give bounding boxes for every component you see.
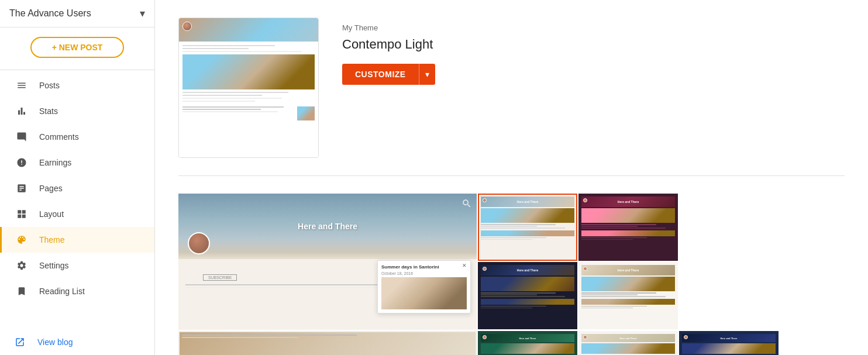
view-blog-link[interactable]: View blog bbox=[0, 329, 154, 355]
theme-thumb-contempo-pink[interactable]: Here and There bbox=[578, 194, 678, 261]
sidebar-item-settings-label: Settings bbox=[39, 261, 69, 270]
customize-button-group: CUSTOMIZE ▾ bbox=[342, 64, 435, 85]
my-theme-section: My Theme Contempo Light CUSTOMIZE ▾ bbox=[178, 18, 845, 176]
gallery-second-right-column: Here and There bbox=[578, 194, 678, 330]
sidebar-item-posts-label: Posts bbox=[39, 81, 60, 90]
gallery-popup-title: Summer days in Santorini bbox=[381, 264, 467, 270]
layout-icon bbox=[16, 209, 27, 219]
my-theme-label: My Theme bbox=[342, 23, 435, 32]
external-link-icon bbox=[14, 337, 26, 347]
theme-thumb-contempo-dark[interactable]: Here and There bbox=[478, 262, 577, 329]
theme-icon bbox=[16, 235, 27, 245]
stats-icon bbox=[16, 106, 27, 116]
gallery-large-title: Here and There bbox=[298, 222, 357, 231]
theme-thumb-light2[interactable]: Here and There bbox=[578, 262, 678, 329]
magnify-icon bbox=[461, 198, 472, 211]
pages-icon bbox=[16, 183, 27, 194]
sidebar-item-layout-label: Layout bbox=[39, 209, 64, 219]
reading-list-icon bbox=[16, 286, 27, 297]
current-theme-preview bbox=[178, 18, 319, 158]
chevron-down-icon[interactable]: ▾ bbox=[140, 7, 145, 20]
theme-thumb-white2[interactable]: Here and There bbox=[578, 331, 678, 355]
sidebar-item-reading-list[interactable]: Reading List bbox=[0, 278, 154, 304]
new-post-button[interactable]: + NEW POST bbox=[30, 37, 124, 58]
main-content: My Theme Contempo Light CUSTOMIZE ▾ Here… bbox=[155, 0, 868, 355]
sidebar-item-layout[interactable]: Layout bbox=[0, 201, 154, 227]
sidebar-item-comments-label: Comments bbox=[39, 132, 79, 142]
close-icon: ✕ bbox=[462, 263, 467, 268]
theme-gallery: Here and There SUBSCRIBE ✕ Summer days i… bbox=[178, 194, 845, 355]
sidebar-item-theme[interactable]: Theme bbox=[0, 227, 154, 253]
gallery-right-column: Here and There bbox=[478, 194, 577, 330]
theme-thumb-contempo-light[interactable]: Here and There bbox=[478, 194, 577, 261]
gallery-subscribe-label: SUBSCRIBE bbox=[203, 274, 237, 281]
sidebar: The Advance Users ▾ + NEW POST Posts Sta… bbox=[0, 0, 155, 355]
sidebar-item-comments[interactable]: Comments bbox=[0, 124, 154, 150]
theme-thumb-bottom-large[interactable] bbox=[178, 331, 477, 355]
sidebar-item-reading-list-label: Reading List bbox=[39, 287, 85, 296]
settings-icon bbox=[16, 260, 27, 271]
sidebar-item-pages[interactable]: Pages bbox=[0, 175, 154, 201]
earnings-icon bbox=[16, 157, 27, 168]
gallery-popup-card: ✕ Summer days in Santorini October 18, 2… bbox=[377, 260, 471, 313]
posts-icon bbox=[16, 80, 27, 91]
sidebar-item-settings[interactable]: Settings bbox=[0, 253, 154, 278]
sidebar-item-stats[interactable]: Stats bbox=[0, 98, 154, 124]
my-theme-info: My Theme Contempo Light CUSTOMIZE ▾ bbox=[342, 18, 435, 85]
view-blog-label: View blog bbox=[37, 337, 73, 347]
gallery-bottom-row: Here and There Here and There bbox=[178, 331, 845, 355]
sidebar-item-posts[interactable]: Posts bbox=[0, 73, 154, 98]
divider bbox=[0, 70, 154, 70]
blog-name: The Advance Users bbox=[9, 8, 91, 19]
gallery-large-preview[interactable]: Here and There SUBSCRIBE ✕ Summer days i… bbox=[178, 194, 477, 330]
theme-thumb-teal[interactable]: Here and There bbox=[478, 331, 577, 355]
gallery-popup-image bbox=[381, 277, 467, 309]
customize-dropdown-button[interactable]: ▾ bbox=[419, 64, 435, 85]
sidebar-header: The Advance Users ▾ bbox=[0, 0, 154, 27]
sidebar-item-theme-label: Theme bbox=[39, 235, 65, 244]
sidebar-item-stats-label: Stats bbox=[39, 106, 58, 116]
gallery-popup-date: October 18, 2016 bbox=[381, 271, 467, 275]
sidebar-item-earnings-label: Earnings bbox=[39, 158, 71, 167]
my-theme-name: Contempo Light bbox=[342, 37, 435, 52]
gallery-main-row: Here and There SUBSCRIBE ✕ Summer days i… bbox=[178, 194, 845, 330]
customize-button[interactable]: CUSTOMIZE bbox=[342, 64, 419, 85]
sidebar-item-earnings[interactable]: Earnings bbox=[0, 150, 154, 175]
comments-icon bbox=[16, 132, 27, 142]
theme-thumb-navy[interactable]: Here and There bbox=[679, 331, 779, 355]
sidebar-item-pages-label: Pages bbox=[39, 184, 63, 193]
